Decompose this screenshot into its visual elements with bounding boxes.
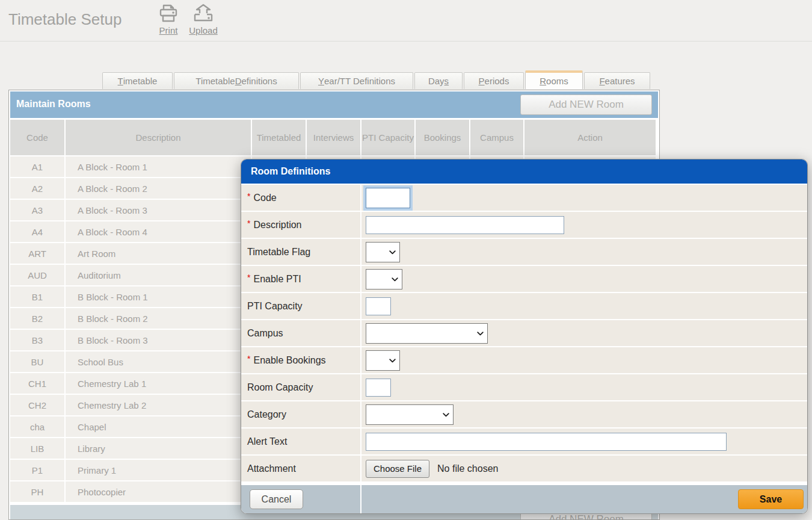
upload-label[interactable]: Upload — [189, 25, 218, 36]
field-label: Category — [241, 401, 360, 427]
row-description-cell: Primary 1 — [66, 460, 251, 480]
file-status-text: No file chosen — [437, 463, 498, 474]
field-control-cell — [361, 266, 807, 292]
required-asterisk: * — [247, 218, 250, 228]
footer-divider — [360, 485, 361, 513]
field-control-cell: Choose FileNo file chosen — [361, 456, 807, 481]
row-description-cell: A Block - Room 3 — [66, 200, 251, 220]
column-header-bookings: Bookings — [416, 120, 469, 155]
dialog-footer: Cancel Save — [241, 485, 807, 513]
page-header: Timetable Setup Print — [0, 0, 812, 42]
field-row-category: Category — [241, 401, 807, 427]
field-label: Timetable Flag — [241, 239, 360, 265]
field-row-code: *Code — [241, 185, 807, 211]
dialog-body: *Code*DescriptionTimetable Flag*Enable P… — [241, 185, 807, 483]
maintain-rooms-titlebar: Maintain Rooms Add NEW Room — [10, 91, 658, 118]
field-control-cell — [361, 429, 807, 454]
column-header-campus: Campus — [470, 120, 523, 155]
field-label: Alert Text — [241, 429, 360, 454]
row-code-cell: ART — [10, 243, 64, 264]
column-header-code: Code — [10, 120, 64, 155]
row-description-cell: Library — [66, 438, 251, 459]
field-row-campus: Campus — [241, 320, 807, 346]
row-code-cell: PH — [10, 481, 64, 502]
row-description-cell: A Block - Room 1 — [66, 156, 251, 177]
field-label: Room Capacity — [241, 374, 360, 400]
column-header-action: Action — [524, 120, 656, 155]
row-description-cell: Chapel — [66, 416, 251, 437]
room-capacity-input[interactable] — [366, 379, 391, 397]
row-code-cell: CH2 — [10, 395, 64, 415]
row-code-cell: A1 — [10, 156, 64, 177]
tab-year-tt-definitions[interactable]: Year/TT Definitions — [300, 72, 413, 89]
description-input[interactable] — [366, 216, 564, 234]
row-code-cell: A3 — [10, 200, 64, 220]
row-code-cell: B2 — [10, 308, 64, 329]
row-code-cell: B3 — [10, 330, 64, 350]
field-label: *Enable Bookings — [241, 347, 360, 373]
upload-button[interactable]: Upload — [185, 4, 221, 36]
row-description-cell: Photocopier — [66, 481, 251, 502]
field-control-cell — [361, 239, 807, 265]
add-new-room-button[interactable]: Add NEW Room — [520, 94, 652, 115]
tab-days[interactable]: Days — [414, 72, 463, 89]
enable-pti-select[interactable] — [366, 269, 402, 289]
save-button[interactable]: Save — [738, 489, 804, 509]
timetable-flag-select[interactable] — [366, 242, 400, 262]
row-code-cell: A2 — [10, 178, 64, 199]
print-label[interactable]: Print — [159, 25, 178, 36]
tab-bar: TimetableTimetable DefinitionsYear/TT De… — [102, 72, 651, 89]
row-description-cell: B Block - Room 3 — [66, 330, 251, 350]
field-row-enable-bookings: *Enable Bookings — [241, 347, 807, 373]
tab-periods[interactable]: Periods — [464, 72, 524, 89]
print-icon — [150, 4, 186, 25]
row-description-cell: A Block - Room 2 — [66, 178, 251, 199]
field-row-pti-capacity: PTI Capacity — [241, 293, 807, 319]
field-row-room-capacity: Room Capacity — [241, 374, 807, 400]
maintain-rooms-title: Maintain Rooms — [16, 99, 91, 110]
row-code-cell: P1 — [10, 460, 64, 480]
column-header-timetabled: Timetabled — [252, 120, 306, 155]
field-control-cell — [361, 401, 807, 427]
field-control-cell — [361, 320, 807, 346]
print-button[interactable]: Print — [150, 4, 186, 36]
field-label: *Description — [241, 212, 360, 238]
required-asterisk: * — [247, 273, 250, 282]
field-label: *Code — [241, 185, 360, 211]
tab-timetable-definitions[interactable]: Timetable Definitions — [174, 72, 299, 89]
row-description-cell: B Block - Room 1 — [66, 286, 251, 307]
field-control-cell — [361, 185, 807, 211]
row-code-cell: BU — [10, 351, 64, 372]
alert-text-input[interactable] — [366, 433, 727, 451]
table-header-row: CodeDescriptionTimetabledInterviewsPTI C… — [10, 120, 658, 155]
row-description-cell: A Block - Room 4 — [66, 221, 251, 242]
page-title: Timetable Setup — [8, 10, 121, 29]
field-row-description: *Description — [241, 212, 807, 238]
field-control-cell — [361, 374, 807, 400]
code-input[interactable] — [366, 188, 410, 208]
field-control-cell — [361, 212, 807, 238]
required-asterisk: * — [247, 191, 250, 201]
field-label: *Enable PTI — [241, 266, 360, 292]
row-code-cell: A4 — [10, 221, 64, 242]
pti-capacity-input[interactable] — [366, 297, 391, 315]
field-label: Campus — [241, 320, 360, 346]
field-row-enable-pti: *Enable PTI — [241, 266, 807, 292]
tab-rooms[interactable]: Rooms — [525, 70, 583, 89]
choose-file-button[interactable]: Choose File — [366, 460, 429, 478]
field-label: PTI Capacity — [241, 293, 360, 319]
category-select[interactable] — [366, 404, 454, 425]
room-definitions-dialog: Room Definitions *Code*DescriptionTimeta… — [241, 159, 808, 514]
column-header-description: Description — [66, 120, 251, 155]
column-header-interviews: Interviews — [307, 120, 360, 155]
tab-features[interactable]: Features — [584, 72, 650, 89]
campus-select[interactable] — [366, 323, 488, 344]
cancel-button[interactable]: Cancel — [250, 489, 303, 509]
row-description-cell: School Bus — [66, 351, 251, 372]
field-row-attachment: AttachmentChoose FileNo file chosen — [241, 456, 807, 481]
column-header-pti-capacity: PTI Capacity — [361, 120, 414, 155]
row-description-cell: Chemestry Lab 1 — [66, 373, 251, 394]
tab-timetable[interactable]: Timetable — [102, 72, 173, 89]
row-code-cell: B1 — [10, 286, 64, 307]
enable-bookings-select[interactable] — [366, 350, 400, 371]
